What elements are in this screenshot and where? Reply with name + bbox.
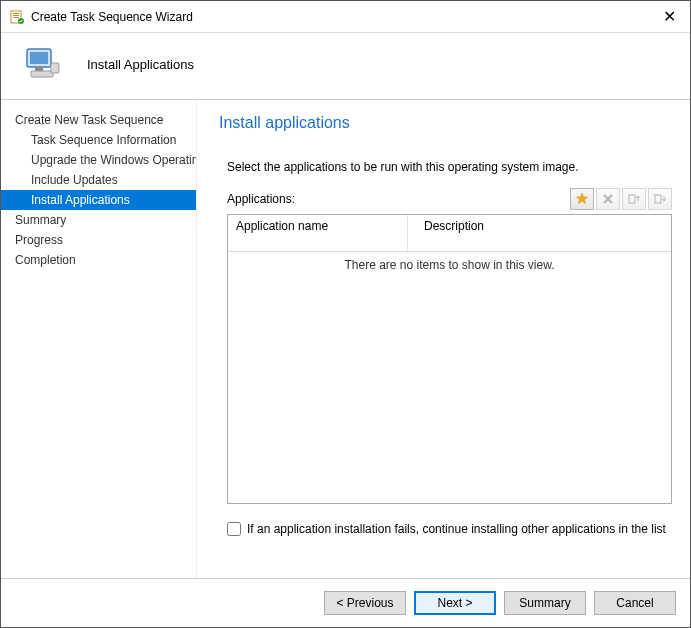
sidebar-item-progress[interactable]: Progress — [1, 230, 196, 250]
svg-rect-8 — [31, 71, 53, 77]
applications-label: Applications: — [227, 192, 295, 206]
next-button[interactable]: Next > — [414, 591, 496, 615]
body: Create New Task Sequence Task Sequence I… — [1, 100, 690, 578]
move-up-icon — [627, 192, 641, 206]
sidebar-item-completion[interactable]: Completion — [1, 250, 196, 270]
column-description[interactable]: Description — [416, 215, 671, 237]
applications-table: Application name Description There are n… — [227, 214, 672, 504]
toolbar-row: Applications: — [227, 188, 672, 210]
sidebar-item-upgrade[interactable]: Upgrade the Windows Operating System — [1, 150, 196, 170]
svg-rect-2 — [13, 15, 19, 16]
main-panel: Install applications Select the applicat… — [197, 100, 690, 578]
svg-rect-7 — [35, 67, 43, 71]
svg-rect-14 — [655, 195, 661, 203]
svg-rect-9 — [51, 63, 59, 73]
footer: < Previous Next > Summary Cancel — [1, 578, 690, 627]
computer-icon — [21, 43, 63, 85]
close-button[interactable]: ✕ — [657, 7, 682, 26]
delete-button — [596, 188, 620, 210]
svg-marker-10 — [577, 193, 588, 204]
empty-message: There are no items to show in this view. — [228, 252, 671, 278]
titlebar: Create Task Sequence Wizard ✕ — [1, 1, 690, 33]
star-icon — [575, 192, 589, 206]
move-up-button — [622, 188, 646, 210]
cancel-button[interactable]: Cancel — [594, 591, 676, 615]
window-title: Create Task Sequence Wizard — [31, 10, 657, 24]
sidebar-item-install-apps[interactable]: Install Applications — [1, 190, 196, 210]
header: Install Applications — [1, 33, 690, 100]
sidebar-item-summary[interactable]: Summary — [1, 210, 196, 230]
sidebar-item-create[interactable]: Create New Task Sequence — [1, 110, 196, 130]
add-button[interactable] — [570, 188, 594, 210]
svg-rect-13 — [629, 195, 635, 203]
page-heading: Install applications — [219, 114, 672, 132]
summary-button[interactable]: Summary — [504, 591, 586, 615]
table-header: Application name Description — [228, 215, 671, 252]
page-description: Select the applications to be run with t… — [227, 160, 672, 174]
move-down-button — [648, 188, 672, 210]
wizard-icon — [9, 9, 25, 25]
delete-icon — [601, 192, 615, 206]
move-down-icon — [653, 192, 667, 206]
continue-on-fail-row[interactable]: If an application installation fails, co… — [227, 522, 672, 536]
continue-on-fail-checkbox[interactable] — [227, 522, 241, 536]
svg-rect-3 — [13, 17, 19, 18]
sidebar-item-updates[interactable]: Include Updates — [1, 170, 196, 190]
continue-on-fail-label: If an application installation fails, co… — [247, 522, 666, 536]
svg-rect-1 — [13, 13, 19, 14]
previous-button[interactable]: < Previous — [324, 591, 406, 615]
sidebar: Create New Task Sequence Task Sequence I… — [1, 100, 197, 578]
column-name[interactable]: Application name — [228, 215, 408, 251]
svg-rect-6 — [30, 52, 48, 64]
header-text: Install Applications — [87, 57, 194, 72]
sidebar-item-task-info[interactable]: Task Sequence Information — [1, 130, 196, 150]
